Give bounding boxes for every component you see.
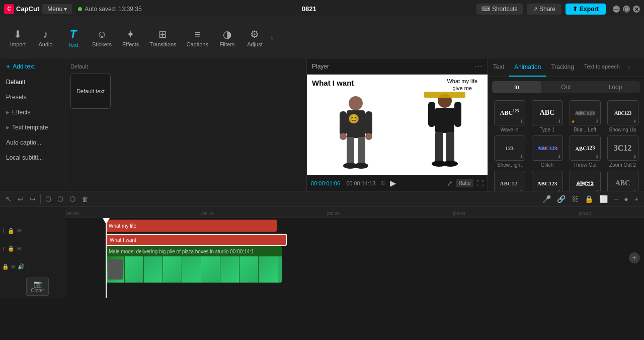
minus-icon[interactable]: −: [612, 193, 619, 205]
player-panel: Player ⋯ What I want What my life give m…: [307, 58, 488, 191]
timeline-main: |00:00 |00:10 |00:20 |00:30 |00:40 What …: [65, 207, 644, 298]
tab-animation[interactable]: Animation: [509, 58, 546, 77]
video-thumb-3: [144, 256, 163, 283]
left-panel-effects[interactable]: ▶ Effects: [0, 105, 65, 120]
tool-filters[interactable]: ◑ Filters: [213, 26, 241, 50]
close-button[interactable]: ✕: [633, 6, 640, 13]
left-panel-local-subtitle[interactable]: Local subtitl...: [0, 150, 65, 165]
left-panel-add-text[interactable]: + Add text: [0, 58, 65, 75]
left-panel-default[interactable]: Default: [0, 75, 65, 90]
tool-import[interactable]: ⬇ Import: [4, 26, 32, 50]
tool-effects-label: Effects: [122, 41, 139, 47]
share-button[interactable]: ↗ Share: [527, 4, 561, 15]
tab-more[interactable]: ›: [625, 58, 633, 77]
ratio-button[interactable]: Ratio: [456, 179, 473, 187]
bottom-bar: ↖ ↩ ↪ ⬡ ⬡ ⬡ 🗑 🎤 🔗 ⛓ 🔒 ⬜ − ● +: [0, 191, 644, 207]
delete-button[interactable]: 🗑: [80, 193, 90, 205]
anim-showing-up[interactable]: ABC123 ⬇ Showing Up: [605, 100, 640, 132]
main-toolbar: ⬇ Import ♪ Audio T Text ☺ Stickers ✦ Eff…: [0, 18, 644, 58]
tab-text-to-speech[interactable]: Text to speech: [579, 58, 625, 77]
add-track-button[interactable]: +: [629, 252, 640, 263]
trim-tool[interactable]: ⬡: [56, 193, 65, 205]
split-tool[interactable]: ⬡: [44, 193, 53, 205]
player-image: What I want What my life give me: [307, 75, 488, 175]
export-button[interactable]: ⬆ Export: [566, 4, 606, 15]
tool-adjust[interactable]: ⚙ Adjust: [241, 26, 269, 50]
project-name: 0821: [302, 5, 316, 13]
tool-captions[interactable]: ≡ Captions: [182, 26, 213, 50]
video-strip[interactable]: [106, 256, 282, 283]
player-menu-icon[interactable]: ⋯: [474, 61, 482, 71]
player-text-what-my-life: What my life give me: [447, 78, 477, 92]
track-row-2: What I want: [65, 232, 644, 247]
crop-tool[interactable]: ⬡: [68, 193, 77, 205]
anim-type-1[interactable]: ABC ⬇ Type 1: [530, 100, 565, 132]
menu-button[interactable]: Menu ▾: [42, 4, 72, 14]
right-tabs: Text Animation Tracking Text to speech ›: [488, 58, 644, 77]
anim-tab-out[interactable]: Out: [541, 81, 591, 93]
left-panel-auto-caption[interactable]: Auto captio...: [0, 135, 65, 150]
tool-text-label: Text: [68, 42, 78, 48]
circle-icon[interactable]: ●: [622, 193, 629, 205]
lock-icon[interactable]: 🔒: [583, 193, 595, 205]
anim-10[interactable]: ABC123 ⬇: [530, 171, 565, 191]
clip-what-i-want[interactable]: What I want: [106, 234, 287, 246]
svg-rect-18: [435, 132, 443, 162]
timeline-area: T 🔒 👁 T 🔒 👁 🔒 👁 🔊 ⋯ 📷 Cover: [0, 207, 644, 298]
link-icon[interactable]: 🔗: [555, 193, 567, 205]
chain-icon[interactable]: ⛓: [570, 193, 580, 205]
maximize-button[interactable]: □: [623, 6, 630, 13]
play-button[interactable]: ▶: [390, 178, 396, 188]
undo-button[interactable]: ↩: [16, 193, 25, 205]
tool-text[interactable]: T Text: [59, 26, 87, 51]
plus-icon[interactable]: +: [633, 193, 640, 205]
tool-audio-label: Audio: [38, 41, 52, 47]
timeline-track-labels: T 🔒 👁 T 🔒 👁 🔒 👁 🔊 ⋯ 📷 Cover: [0, 207, 65, 298]
left-panel-text-template[interactable]: ▶ Text template: [0, 120, 65, 135]
expand-icon[interactable]: ⛶: [476, 179, 484, 187]
anim-throw-out[interactable]: ABC123 ⬇ Throw Out: [568, 135, 602, 168]
anim-show-right[interactable]: 123 ⬇ Show...ight: [492, 135, 527, 168]
middle-panel: Default Default text: [65, 58, 307, 191]
fullscreen-icon[interactable]: ⤢: [447, 179, 453, 187]
left-panel-presets[interactable]: Presets: [0, 90, 65, 105]
main-area: + Add text Default Presets ▶ Effects ▶ T…: [0, 58, 644, 191]
redo-button[interactable]: ↪: [28, 193, 37, 205]
player-canvas: What I want What my life give me: [307, 75, 488, 175]
tab-text[interactable]: Text: [488, 58, 509, 77]
track-label-1: T 🔒 👁: [2, 224, 63, 238]
align-icon[interactable]: ⬜: [598, 193, 609, 205]
import-icon: ⬇: [14, 29, 22, 39]
shortcuts-button[interactable]: ⌨ Shortcuts: [476, 4, 523, 15]
default-template-card[interactable]: Default text: [70, 74, 111, 109]
tool-stickers[interactable]: ☺ Stickers: [87, 26, 117, 50]
tool-transitions[interactable]: ⊞ Transitions: [144, 26, 181, 50]
cover-button[interactable]: 📷 Cover: [26, 278, 49, 296]
anim-9[interactable]: ABC12! ⬇: [492, 171, 527, 191]
captions-icon: ≡: [194, 29, 200, 39]
anim-11[interactable]: ABC12 ⬇: [568, 171, 602, 191]
pointer-tool[interactable]: ↖: [4, 193, 13, 205]
stickers-icon: ☺: [97, 29, 107, 39]
anim-wave-in[interactable]: ABC123 ⬇ Wave in: [492, 100, 527, 132]
svg-point-21: [443, 161, 458, 167]
anim-glitch[interactable]: ABC123 ⬇ Glitch: [530, 135, 565, 168]
video-thumb-7: [220, 256, 239, 283]
tool-audio[interactable]: ♪ Audio: [32, 26, 59, 50]
anim-zoom-out-2[interactable]: 3C12 ⬇ Zoom Out 2: [605, 135, 640, 168]
clip-what-my-life[interactable]: What my life: [106, 220, 277, 232]
playhead: [106, 218, 107, 298]
svg-point-0: [349, 96, 363, 110]
anim-blur-left[interactable]: ABC123 ⬇ ★ Blur... Left: [568, 100, 602, 132]
toolbar-expand[interactable]: ›: [271, 34, 273, 42]
cover-label-area: 📷 Cover: [2, 278, 63, 296]
separator-1: [40, 194, 41, 203]
anim-tab-loop[interactable]: Loop: [591, 81, 640, 93]
anim-tab-in[interactable]: In: [492, 81, 541, 93]
tab-tracking[interactable]: Tracking: [546, 58, 579, 77]
mic-icon[interactable]: 🎤: [541, 193, 552, 205]
anim-12[interactable]: ABC ⬇: [605, 171, 640, 191]
minimize-button[interactable]: —: [613, 6, 620, 13]
template-grid: Default text: [70, 74, 301, 109]
tool-effects[interactable]: ✦ Effects: [117, 26, 144, 50]
